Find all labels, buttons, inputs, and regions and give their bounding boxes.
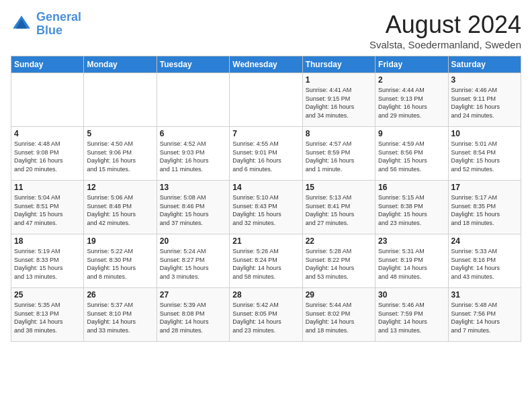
day-info: Sunrise: 5:28 AM Sunset: 8:22 PM Dayligh… [306,247,372,281]
day-cell: 31Sunrise: 5:48 AM Sunset: 7:56 PM Dayli… [448,288,521,342]
day-info: Sunrise: 5:15 AM Sunset: 8:38 PM Dayligh… [378,193,445,227]
day-cell: 17Sunrise: 5:17 AM Sunset: 8:35 PM Dayli… [448,181,521,234]
day-cell [84,73,157,127]
day-info: Sunrise: 5:42 AM Sunset: 8:05 PM Dayligh… [232,301,299,334]
calendar-subtitle: Svalsta, Soedermanland, Sweden [369,39,521,50]
day-number: 7 [232,129,299,138]
day-cell: 5Sunrise: 4:50 AM Sunset: 9:06 PM Daylig… [84,127,157,181]
day-info: Sunrise: 4:57 AM Sunset: 8:59 PM Dayligh… [306,140,372,173]
day-cell: 22Sunrise: 5:28 AM Sunset: 8:22 PM Dayli… [302,234,375,288]
day-cell: 2Sunrise: 4:44 AM Sunset: 9:13 PM Daylig… [375,73,448,127]
day-number: 17 [451,183,518,192]
day-number: 20 [160,236,226,246]
day-cell: 16Sunrise: 5:15 AM Sunset: 8:38 PM Dayli… [375,181,448,234]
day-number: 8 [306,129,372,138]
weekday-header-saturday: Saturday [448,56,521,73]
day-cell: 25Sunrise: 5:35 AM Sunset: 8:13 PM Dayli… [11,288,84,342]
calendar-title: August 2024 [369,11,521,39]
day-number: 15 [306,183,372,192]
day-number: 30 [378,290,445,300]
day-info: Sunrise: 4:55 AM Sunset: 9:01 PM Dayligh… [232,140,299,173]
day-info: Sunrise: 5:01 AM Sunset: 8:54 PM Dayligh… [451,140,518,173]
day-number: 1 [306,75,372,85]
day-info: Sunrise: 5:37 AM Sunset: 8:10 PM Dayligh… [87,301,153,334]
day-cell: 7Sunrise: 4:55 AM Sunset: 9:01 PM Daylig… [230,127,302,181]
day-number: 12 [87,183,153,192]
weekday-header-thursday: Thursday [302,56,375,73]
day-number: 19 [87,236,153,246]
day-info: Sunrise: 4:44 AM Sunset: 9:13 PM Dayligh… [378,86,445,120]
day-info: Sunrise: 5:39 AM Sunset: 8:08 PM Dayligh… [160,301,226,334]
day-info: Sunrise: 4:46 AM Sunset: 9:11 PM Dayligh… [451,86,518,120]
day-number: 31 [451,290,518,300]
day-cell: 28Sunrise: 5:42 AM Sunset: 8:05 PM Dayli… [230,288,302,342]
day-number: 29 [306,290,372,300]
day-info: Sunrise: 5:33 AM Sunset: 8:16 PM Dayligh… [451,247,518,281]
day-number: 9 [378,129,445,138]
day-number: 13 [160,183,226,192]
day-info: Sunrise: 4:41 AM Sunset: 9:15 PM Dayligh… [306,86,372,120]
day-cell: 15Sunrise: 5:13 AM Sunset: 8:41 PM Dayli… [302,181,375,234]
day-cell: 26Sunrise: 5:37 AM Sunset: 8:10 PM Dayli… [84,288,157,342]
day-number: 24 [451,236,518,246]
weekday-header-monday: Monday [84,56,157,73]
weekday-header-row: SundayMondayTuesdayWednesdayThursdayFrid… [11,56,521,73]
day-info: Sunrise: 5:31 AM Sunset: 8:19 PM Dayligh… [378,247,445,281]
weekday-header-wednesday: Wednesday [230,56,302,73]
day-cell: 21Sunrise: 5:26 AM Sunset: 8:24 PM Dayli… [230,234,302,288]
day-cell: 23Sunrise: 5:31 AM Sunset: 8:19 PM Dayli… [375,234,448,288]
day-cell [11,73,84,127]
day-cell: 30Sunrise: 5:46 AM Sunset: 7:59 PM Dayli… [375,288,448,342]
day-number: 5 [87,129,153,138]
day-info: Sunrise: 4:48 AM Sunset: 9:08 PM Dayligh… [14,140,81,173]
weekday-header-friday: Friday [375,56,448,73]
weekday-header-sunday: Sunday [11,56,84,73]
day-number: 21 [232,236,299,246]
day-info: Sunrise: 5:48 AM Sunset: 7:56 PM Dayligh… [451,301,518,334]
title-block: August 2024 Svalsta, Soedermanland, Swed… [369,11,521,50]
day-number: 26 [87,290,153,300]
day-number: 27 [160,290,226,300]
day-cell: 20Sunrise: 5:24 AM Sunset: 8:27 PM Dayli… [157,234,229,288]
day-info: Sunrise: 5:19 AM Sunset: 8:33 PM Dayligh… [14,247,81,281]
day-cell: 6Sunrise: 4:52 AM Sunset: 9:03 PM Daylig… [157,127,229,181]
day-info: Sunrise: 5:44 AM Sunset: 8:02 PM Dayligh… [306,301,372,334]
day-cell: 13Sunrise: 5:08 AM Sunset: 8:46 PM Dayli… [157,181,229,234]
day-info: Sunrise: 5:10 AM Sunset: 8:43 PM Dayligh… [232,193,299,227]
logo-text: General Blue [36,11,81,38]
week-row-4: 18Sunrise: 5:19 AM Sunset: 8:33 PM Dayli… [11,234,521,288]
logo: General Blue [11,11,81,38]
week-row-3: 11Sunrise: 5:04 AM Sunset: 8:51 PM Dayli… [11,181,521,234]
day-info: Sunrise: 4:50 AM Sunset: 9:06 PM Dayligh… [87,140,153,173]
day-number: 16 [378,183,445,192]
logo-icon [11,13,32,35]
page-header: General Blue August 2024 Svalsta, Soeder… [11,11,521,50]
day-number: 22 [306,236,372,246]
day-cell: 9Sunrise: 4:59 AM Sunset: 8:56 PM Daylig… [375,127,448,181]
day-cell [157,73,229,127]
day-info: Sunrise: 5:22 AM Sunset: 8:30 PM Dayligh… [87,247,153,281]
day-number: 18 [14,236,81,246]
day-number: 28 [232,290,299,300]
calendar-table: SundayMondayTuesdayWednesdayThursdayFrid… [11,56,521,342]
day-cell: 29Sunrise: 5:44 AM Sunset: 8:02 PM Dayli… [302,288,375,342]
day-info: Sunrise: 5:46 AM Sunset: 7:59 PM Dayligh… [378,301,445,334]
day-number: 2 [378,75,445,85]
day-cell: 8Sunrise: 4:57 AM Sunset: 8:59 PM Daylig… [302,127,375,181]
day-cell: 1Sunrise: 4:41 AM Sunset: 9:15 PM Daylig… [302,73,375,127]
day-cell: 27Sunrise: 5:39 AM Sunset: 8:08 PM Dayli… [157,288,229,342]
week-row-5: 25Sunrise: 5:35 AM Sunset: 8:13 PM Dayli… [11,288,521,342]
day-info: Sunrise: 5:04 AM Sunset: 8:51 PM Dayligh… [14,193,81,227]
day-cell: 14Sunrise: 5:10 AM Sunset: 8:43 PM Dayli… [230,181,302,234]
day-cell: 12Sunrise: 5:06 AM Sunset: 8:48 PM Dayli… [84,181,157,234]
day-cell: 3Sunrise: 4:46 AM Sunset: 9:11 PM Daylig… [448,73,521,127]
day-info: Sunrise: 5:06 AM Sunset: 8:48 PM Dayligh… [87,193,153,227]
day-info: Sunrise: 5:24 AM Sunset: 8:27 PM Dayligh… [160,247,226,281]
day-cell: 11Sunrise: 5:04 AM Sunset: 8:51 PM Dayli… [11,181,84,234]
day-number: 11 [14,183,81,192]
day-info: Sunrise: 5:26 AM Sunset: 8:24 PM Dayligh… [232,247,299,281]
week-row-1: 1Sunrise: 4:41 AM Sunset: 9:15 PM Daylig… [11,73,521,127]
day-number: 25 [14,290,81,300]
day-number: 23 [378,236,445,246]
day-cell: 4Sunrise: 4:48 AM Sunset: 9:08 PM Daylig… [11,127,84,181]
